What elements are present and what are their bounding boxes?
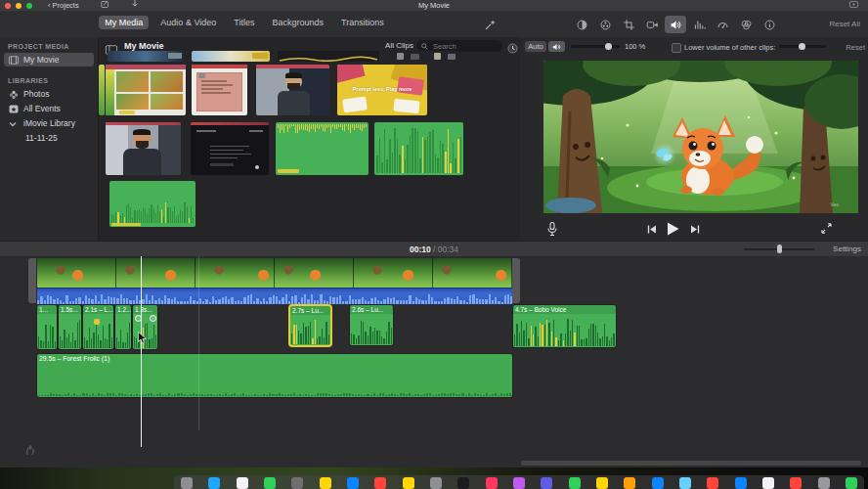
timeline-audio-clip[interactable]: 2.1s – L... [83,305,113,349]
browser-thumb-audio[interactable] [374,122,463,175]
sidebar-item-imovie-library[interactable]: iMovie Library [4,116,94,130]
dock-app-icon[interactable] [181,477,193,489]
dock-app-icon[interactable] [291,477,303,489]
browser-thumb-document[interactable] [192,65,247,115]
sidebar-item-all-events[interactable]: All Events [4,102,94,115]
volume-icon[interactable] [665,16,686,33]
sidebar-item-photos[interactable]: Photos [4,87,94,101]
dock-app-icon[interactable] [707,477,718,489]
minimize-window-button[interactable] [16,3,22,9]
timeline-audio-clip[interactable]: 4.7s – Bobo Voice [513,305,616,347]
dock-app-icon[interactable] [403,477,414,489]
voiceover-mic-icon[interactable] [547,222,557,236]
stabilization-icon[interactable] [641,16,663,33]
dock-app-icon[interactable] [374,477,386,489]
tab-audio-video[interactable]: Audio & Video [154,16,222,29]
back-to-projects-button[interactable]: ‹ Projects [48,1,79,10]
mute-button[interactable] [548,41,565,52]
clip-marker-dot[interactable] [94,319,100,325]
dock-app-icon[interactable] [569,477,581,489]
dock-app-icon[interactable] [237,477,248,489]
timeline-audio-clip[interactable]: 1.5s... [59,305,81,349]
timeline-audio-clip-selected[interactable]: 2.7s – Lu... [290,306,330,345]
previous-frame-button[interactable] [647,225,657,234]
lower-volume-checkbox[interactable] [672,43,681,53]
sidebar-item-label: iMovie Library [23,118,75,128]
dock-app-icon[interactable] [208,477,220,489]
browser-thumb-partial[interactable] [278,51,379,62]
timeline-video-clip[interactable] [37,258,512,288]
color-balance-icon[interactable] [571,16,592,33]
browser-thumb-partial[interactable] [99,65,105,115]
clip-duration-icon[interactable] [507,40,518,58]
volume-slider[interactable] [571,45,620,48]
browser-thumb-person[interactable] [106,122,181,175]
sidebar-item-11-11-25[interactable]: 11-11-25 [4,131,94,145]
speed-icon[interactable] [712,16,733,33]
fade-handle[interactable] [150,315,156,322]
dock-app-icon[interactable] [513,477,525,489]
timeline-music-clip[interactable]: 29.5s – Forest Frolic (1) [37,354,512,397]
import-media-icon[interactable] [131,0,139,11]
export-icon[interactable] [101,0,109,11]
clip-trim-handle-left[interactable] [28,258,36,303]
dock-app-icon[interactable] [679,477,691,489]
tab-my-media[interactable]: My Media [99,16,149,29]
dock-app-icon[interactable] [457,477,469,489]
timeline-audio-clip[interactable]: 1.2... [115,305,131,349]
browser-thumb-video[interactable] [106,65,186,115]
tab-backgrounds[interactable]: Backgrounds [266,16,329,29]
search-input[interactable] [431,41,494,52]
timeline-zoom-slider[interactable] [744,248,814,250]
fullscreen-icon[interactable] [821,223,832,234]
sidebar-item-my-movie[interactable]: My Movie [4,53,94,67]
color-correction-icon[interactable] [594,16,616,33]
timeline-scrollbar[interactable] [521,461,861,466]
dock-app-icon[interactable] [430,477,442,489]
dock-app-icon[interactable] [596,477,608,489]
dock-app-icon[interactable] [790,477,802,489]
dock-app-icon[interactable] [624,477,635,489]
dock-app-icon[interactable] [762,477,774,489]
timeline-audio-clip[interactable]: 1... [37,305,57,349]
browser-thumb-audio[interactable] [109,181,195,227]
tab-transitions[interactable]: Transitions [335,16,390,29]
dock-app-icon[interactable] [541,477,552,489]
enhance-wand-icon[interactable] [479,16,500,33]
next-frame-button[interactable] [690,225,700,234]
crop-icon[interactable] [618,16,639,33]
reset-volume-button[interactable]: Reset [846,43,865,52]
browser-thumb-audio[interactable] [276,122,369,175]
browser-thumb-banner[interactable]: Prompt less, Play more [337,65,427,115]
browser-thumb-terminal[interactable] [191,122,269,175]
clip-trim-handle-right[interactable] [512,258,520,303]
dock-app-icon[interactable] [652,477,664,489]
reset-all-button[interactable]: Reset All [829,20,860,28]
browser-thumb-partial[interactable] [108,51,184,62]
zoom-window-button[interactable] [26,3,32,9]
dock-app-icon[interactable] [818,477,830,489]
browser-thumb-partial[interactable] [192,51,270,62]
browser-thumb-partial[interactable] [389,51,459,62]
auto-volume-button[interactable]: Auto [525,41,546,52]
dock-app-icon[interactable] [320,477,331,489]
info-icon[interactable] [759,16,780,33]
lower-volume-slider[interactable] [779,45,826,48]
timeline-settings-button[interactable]: Settings [833,244,861,253]
dock-app-icon[interactable] [264,477,276,489]
timeline-video-audio-waveform[interactable] [37,288,512,304]
browser-thumb-person[interactable] [256,65,329,115]
timeline-audio-clip[interactable]: 2.6s – Lu... [350,305,393,345]
play-button[interactable] [667,222,679,236]
sidebar-item-label: My Movie [23,55,59,65]
noise-reduction-icon[interactable] [688,16,710,33]
dock-app-icon[interactable] [486,477,498,489]
close-window-button[interactable] [5,3,11,9]
effects-icon[interactable] [735,16,757,33]
playhead[interactable] [141,256,142,447]
dock-app-icon[interactable] [846,477,857,489]
dock-app-icon[interactable] [347,477,359,489]
tab-titles[interactable]: Titles [228,16,260,29]
display-icon[interactable] [849,1,858,10]
dock-app-icon[interactable] [735,477,747,489]
